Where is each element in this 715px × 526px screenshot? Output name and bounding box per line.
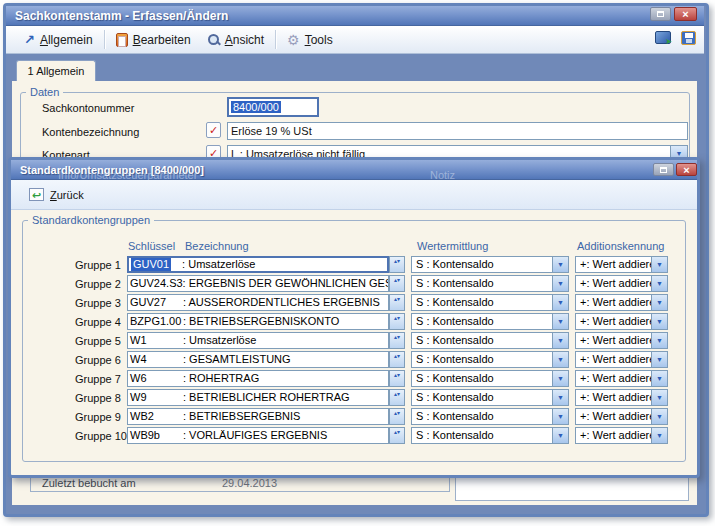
menu-tools[interactable]: ⚙ Tools: [279, 30, 341, 50]
chevron-down-icon[interactable]: ▼: [651, 390, 667, 405]
wertermittlung-dropdown[interactable]: S : Kontensaldo ▼: [411, 294, 569, 311]
wertermittlung-dropdown[interactable]: S : Kontensaldo ▼: [411, 313, 569, 330]
spinner-icon[interactable]: ▴▾: [389, 256, 405, 273]
additionskennung-dropdown[interactable]: +: Wert addieren ▼: [575, 408, 668, 425]
spinner-icon[interactable]: ▴▾: [389, 332, 405, 349]
schluessel-input[interactable]: W9 : BETRIEBLICHER ROHERTRAG: [127, 389, 389, 406]
menu-bearbeiten[interactable]: Bearbeiten: [108, 30, 199, 50]
additionskennung-value: +: Wert addieren: [580, 353, 661, 365]
save-icon[interactable]: [681, 31, 696, 45]
chevron-down-icon[interactable]: ▼: [552, 314, 568, 329]
chevron-down-icon[interactable]: ▼: [552, 390, 568, 405]
arrow-up-right-icon: ↗: [24, 33, 35, 46]
wertermittlung-value: S : Kontensaldo: [416, 258, 494, 270]
tab-allgemein[interactable]: 1 Allgemein: [16, 60, 96, 82]
chevron-down-icon[interactable]: ▼: [552, 333, 568, 348]
book-export-icon[interactable]: [655, 31, 671, 44]
zurueck-button[interactable]: ↩ Zurück: [23, 186, 90, 203]
bezeichnung-value: : ERGEBNIS DER GEWÖHNLICHEN GES: [183, 276, 389, 291]
spinner-icon[interactable]: ▴▾: [389, 389, 405, 406]
gruppe-label: Gruppe 9: [75, 411, 127, 423]
sachkontonummer-input[interactable]: 8400/000: [227, 97, 319, 117]
menu-ansicht[interactable]: Ansicht: [199, 30, 272, 50]
menu-bearbeiten-label: Bearbeiten: [133, 33, 191, 47]
chevron-down-icon[interactable]: ▼: [651, 314, 667, 329]
chevron-down-icon[interactable]: ▼: [552, 352, 568, 367]
schluessel-input[interactable]: W4 : GESAMTLEISTUNG: [127, 351, 389, 368]
dialog-close-button[interactable]: ×: [676, 163, 697, 176]
wertermittlung-dropdown[interactable]: S : Kontensaldo ▼: [411, 389, 569, 406]
magnifier-icon: [207, 33, 220, 46]
additionskennung-dropdown[interactable]: +: Wert addieren ▼: [575, 427, 668, 444]
main-restore-button[interactable]: [650, 7, 671, 21]
schluessel-input[interactable]: W1 : Umsatzerlöse: [127, 332, 389, 349]
menu-tools-label: Tools: [305, 33, 333, 47]
chevron-down-icon[interactable]: ▼: [552, 428, 568, 443]
chevron-down-icon[interactable]: ▼: [651, 257, 667, 272]
main-close-button[interactable]: ×: [674, 7, 697, 21]
schluessel-value: W4: [128, 352, 183, 367]
additionskennung-dropdown[interactable]: +: Wert addieren ▼: [575, 275, 668, 292]
gear-icon: ⚙: [287, 33, 300, 47]
schluessel-input[interactable]: GUV24.S3 : ERGEBNIS DER GEWÖHNLICHEN GES: [127, 275, 389, 292]
chevron-down-icon[interactable]: ▼: [552, 409, 568, 424]
table-row: Gruppe 7 W6 : ROHERTRAG ▴▾ S : Kontensal…: [0, 370, 715, 387]
spinner-icon[interactable]: ▴▾: [389, 275, 405, 292]
back-arrow-icon: ↩: [29, 188, 44, 201]
chevron-down-icon[interactable]: ▼: [651, 428, 667, 443]
chevron-down-icon[interactable]: ▼: [552, 371, 568, 386]
wertermittlung-dropdown[interactable]: S : Kontensaldo ▼: [411, 275, 569, 292]
wertermittlung-dropdown[interactable]: S : Kontensaldo ▼: [411, 332, 569, 349]
schluessel-input[interactable]: WB9b : VORLÄUFIGES ERGEBNIS: [127, 427, 389, 444]
spinner-icon[interactable]: ▴▾: [389, 408, 405, 425]
wertermittlung-dropdown[interactable]: S : Kontensaldo ▼: [411, 351, 569, 368]
menu-ansicht-label: Ansicht: [225, 33, 264, 47]
wertermittlung-dropdown[interactable]: S : Kontensaldo ▼: [411, 370, 569, 387]
schluessel-input[interactable]: GUV27 : AUSSERORDENTLICHES ERGEBNIS: [127, 294, 389, 311]
wertermittlung-dropdown[interactable]: S : Kontensaldo ▼: [411, 408, 569, 425]
dialog-restore-button[interactable]: [653, 163, 674, 176]
wertermittlung-dropdown[interactable]: S : Kontensaldo ▼: [411, 427, 569, 444]
chevron-down-icon[interactable]: ▼: [651, 295, 667, 310]
schluessel-value: W9: [128, 390, 183, 405]
schluessel-value: BZPG1.00: [128, 314, 183, 329]
chevron-down-icon[interactable]: ▼: [651, 352, 667, 367]
sachkontonummer-label: Sachkontonummer: [42, 102, 134, 114]
additionskennung-dropdown[interactable]: +: Wert addieren ▼: [575, 313, 668, 330]
spinner-icon[interactable]: ▴▾: [389, 313, 405, 330]
chevron-down-icon[interactable]: ▼: [552, 295, 568, 310]
chevron-down-icon[interactable]: ▼: [651, 333, 667, 348]
table-row: Gruppe 5 W1 : Umsatzerlöse ▴▾ S : Konten…: [0, 332, 715, 349]
spinner-icon[interactable]: ▴▾: [389, 294, 405, 311]
chevron-down-icon[interactable]: ▼: [651, 371, 667, 386]
menu-allgemein[interactable]: ↗ Allgemein: [16, 30, 101, 50]
schluessel-input[interactable]: BZPG1.00 : BETRIEBSERGEBNISKONTO: [127, 313, 389, 330]
chevron-down-icon[interactable]: ▼: [651, 409, 667, 424]
additionskennung-dropdown[interactable]: +: Wert addieren ▼: [575, 370, 668, 387]
spinner-icon[interactable]: ▴▾: [389, 370, 405, 387]
chevron-down-icon[interactable]: ▼: [651, 276, 667, 291]
kontenbezeichnung-input[interactable]: Erlöse 19 % USt: [227, 122, 688, 140]
chevron-down-icon[interactable]: ▼: [552, 257, 568, 272]
wertermittlung-value: S : Kontensaldo: [416, 315, 494, 327]
main-titlebar[interactable]: Sachkontenstamm - Erfassen/Ändern: [6, 6, 704, 26]
bezeichnung-value: : AUSSERORDENTLICHES ERGEBNIS: [183, 295, 380, 310]
dialog-toolbar: ↩ Zurück: [11, 180, 697, 210]
wertermittlung-value: S : Kontensaldo: [416, 353, 494, 365]
additionskennung-dropdown[interactable]: +: Wert addieren ▼: [575, 389, 668, 406]
schluessel-input[interactable]: W6 : ROHERTRAG: [127, 370, 389, 387]
additionskennung-dropdown[interactable]: +: Wert addieren ▼: [575, 294, 668, 311]
wertermittlung-value: S : Kontensaldo: [416, 391, 494, 403]
additionskennung-dropdown[interactable]: +: Wert addieren ▼: [575, 256, 668, 273]
wertermittlung-dropdown[interactable]: S : Kontensaldo ▼: [411, 256, 569, 273]
wertermittlung-value: S : Kontensaldo: [416, 410, 494, 422]
spinner-icon[interactable]: ▴▾: [389, 427, 405, 444]
additionskennung-dropdown[interactable]: +: Wert addieren ▼: [575, 332, 668, 349]
spinner-icon[interactable]: ▴▾: [389, 351, 405, 368]
schluessel-input[interactable]: WB2 : BETRIEBSERGEBNIS: [127, 408, 389, 425]
kontenbezeichnung-check-button[interactable]: ✓: [206, 122, 221, 138]
chevron-down-icon[interactable]: ▼: [552, 276, 568, 291]
schluessel-input[interactable]: GUV01 : Umsatzerlöse: [127, 256, 389, 273]
additionskennung-dropdown[interactable]: +: Wert addieren ▼: [575, 351, 668, 368]
main-menubar: ↗ Allgemein Bearbeiten Ansicht ⚙ Tools: [6, 26, 704, 54]
